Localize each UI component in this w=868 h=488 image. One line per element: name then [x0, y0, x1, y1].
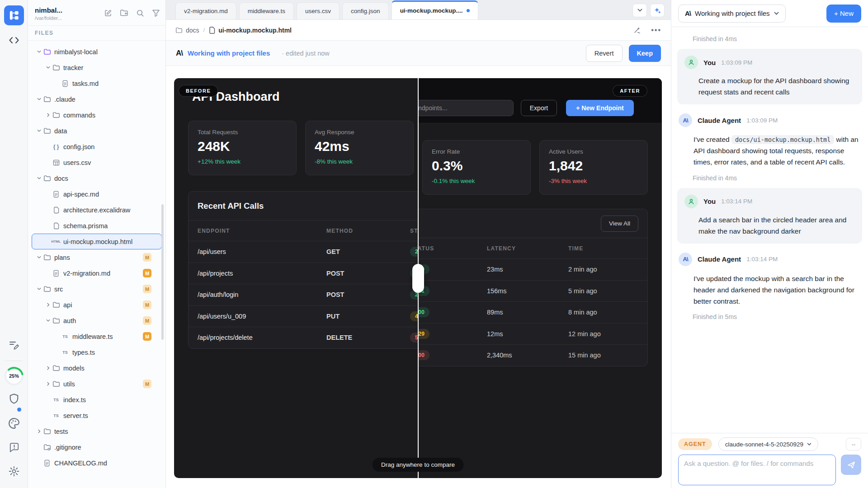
breadcrumb-folder[interactable]: docs: [175, 27, 199, 34]
new-ai-tab-button[interactable]: [650, 4, 665, 17]
chevron-down-icon[interactable]: [44, 318, 52, 323]
tree-item-src[interactable]: srcM: [32, 281, 162, 297]
tree-item-auth[interactable]: authM: [32, 313, 162, 328]
tree-item-index-ts[interactable]: TSindex.ts: [32, 392, 162, 408]
chevron-down-icon[interactable]: [35, 176, 42, 181]
tree-item-schema-prisma[interactable]: schema.prisma: [32, 218, 162, 234]
send-button[interactable]: [841, 455, 861, 475]
table-row[interactable]: /api/auth/login POST 200 89ms 8 min ago: [189, 284, 418, 305]
tree-item-commands[interactable]: commands: [32, 107, 162, 123]
tree-item-tests[interactable]: tests: [32, 423, 162, 439]
new-chat-button[interactable]: + New: [826, 5, 861, 23]
tree-item-label: plans: [54, 254, 70, 261]
model-selector-dropdown[interactable]: claude-sonnet-4-5-20250929: [718, 437, 818, 451]
ai-edit-icon[interactable]: [633, 26, 641, 34]
tree-item-types-ts[interactable]: TStypes.ts: [32, 344, 162, 360]
chat-mode-dropdown[interactable]: A\ Working with project files: [678, 5, 786, 23]
compare-drag-handle[interactable]: [412, 264, 424, 293]
agent-status-text[interactable]: Working with project files: [188, 49, 270, 57]
table-row[interactable]: /api/users/u_009 PUT 429 12ms 12 min ago: [189, 305, 418, 327]
chevron-right-icon[interactable]: [44, 113, 52, 117]
tree-item-ui-mockup-mockup-html[interactable]: HTMLui-mockup.mockup.html: [32, 234, 162, 249]
folder-icon: [52, 112, 61, 118]
mockup-search-input[interactable]: [419, 100, 514, 116]
chevron-right-icon[interactable]: [44, 302, 52, 307]
chevron-right-icon[interactable]: [44, 366, 52, 371]
chevron-down-icon[interactable]: [35, 286, 42, 291]
table-row[interactable]: /api/projects/delete DELETE 500 2,340ms …: [189, 327, 418, 348]
tree-item-changelog-md[interactable]: CHANGELOG.md: [32, 455, 162, 471]
new-file-icon[interactable]: [104, 9, 112, 17]
chevron-right-icon[interactable]: [44, 381, 52, 386]
tree-item-server-ts[interactable]: TSserver.ts: [32, 408, 162, 423]
tree-item--claude[interactable]: .claude: [32, 91, 162, 107]
chevron-down-icon[interactable]: [35, 255, 42, 260]
tab-middleware-ts[interactable]: middleware.ts: [239, 2, 294, 19]
chevron-down-icon[interactable]: [35, 97, 42, 102]
tab-ui-mockup-mockup-[interactable]: ui-mockup.mockup....: [392, 0, 479, 19]
tree-item-api-spec-md[interactable]: api-spec.md: [32, 186, 162, 202]
table-row[interactable]: /api/projects POST 201 156ms 5 min ago: [189, 263, 418, 284]
revert-button[interactable]: Revert: [586, 45, 623, 62]
tree-item-architecture-excalidraw[interactable]: architecture.excalidraw: [32, 202, 162, 218]
breadcrumb-file[interactable]: ui-mockup.mockup.html: [209, 27, 292, 34]
chevron-down-icon[interactable]: [35, 49, 42, 54]
tree-item-config-json[interactable]: { }config.json: [32, 139, 162, 155]
tree-item-middleware-ts[interactable]: TSmiddleware.tsM: [32, 328, 162, 344]
chat-input[interactable]: [678, 455, 836, 485]
shield-icon[interactable]: [0, 393, 28, 406]
tree-item--gitignore[interactable]: .gitignore: [32, 439, 162, 455]
mockup-export-button[interactable]: Export: [521, 100, 557, 116]
agent-status-bar: A\ Working with project files · edited j…: [166, 41, 671, 66]
table-row[interactable]: /api/auth/login POST 200 89ms 8 min ago: [419, 301, 647, 323]
new-folder-icon[interactable]: [120, 9, 128, 17]
tree-item-api[interactable]: apiM: [32, 297, 162, 313]
tab-config-json[interactable]: config.json: [342, 2, 389, 19]
edited-timestamp: · edited just now: [282, 50, 330, 57]
tree-item-utils[interactable]: utilsM: [32, 376, 162, 392]
claude-avatar: A\: [679, 113, 692, 127]
tree-item-data[interactable]: data: [32, 123, 162, 139]
usage-progress-ring[interactable]: 25%: [4, 366, 24, 386]
tab-users-csv[interactable]: users.csv: [297, 2, 340, 19]
tree-item-v2-migration-md[interactable]: v2-migration.mdM: [32, 265, 162, 281]
tree-item-docs[interactable]: docs: [32, 170, 162, 186]
explorer-scrollbar[interactable]: [161, 204, 164, 340]
tree-item-users-csv[interactable]: users.csv: [32, 155, 162, 170]
chevron-right-icon[interactable]: [35, 429, 42, 434]
stat-cards: Total Requests 248K +12% this week Avg R…: [188, 121, 418, 175]
tree-item-plans[interactable]: plansM: [32, 249, 162, 265]
composer-options-button[interactable]: --: [846, 438, 861, 450]
message-text: I've updated the mockup with a search ba…: [693, 273, 861, 307]
anthropic-logo: A\: [176, 49, 183, 58]
table-row[interactable]: /api/projects/delete DELETE 500 2,340ms …: [419, 344, 647, 366]
table-row[interactable]: /api/projects POST 201 156ms 5 min ago: [419, 280, 647, 302]
app-logo[interactable]: [4, 5, 24, 25]
search-icon[interactable]: [136, 9, 144, 17]
tree-item-nimbalyst-local[interactable]: nimbalyst-local: [32, 44, 162, 60]
notes-edit-icon[interactable]: [0, 340, 28, 351]
view-all-button[interactable]: View All: [601, 216, 638, 232]
code-icon[interactable]: [0, 35, 28, 45]
filter-icon[interactable]: [152, 9, 160, 17]
keep-button[interactable]: Keep: [629, 45, 661, 62]
chevron-down-icon[interactable]: [44, 65, 52, 70]
tree-item-tasks-md[interactable]: tasks.md: [32, 75, 162, 91]
ts-icon: TS: [61, 350, 70, 355]
icon-rail: 25%: [0, 0, 28, 488]
table-row[interactable]: /api/users GET 200 23ms 2 min ago: [189, 241, 418, 263]
tree-item-tracker[interactable]: tracker: [32, 60, 162, 75]
feedback-icon[interactable]: [0, 442, 28, 453]
tab-list-dropdown-button[interactable]: [632, 4, 647, 17]
mockup-new-endpoint-button[interactable]: + New Endpoint: [566, 100, 634, 116]
palette-icon[interactable]: [0, 418, 28, 429]
status-badge: 429: [410, 311, 418, 321]
tree-item-models[interactable]: models: [32, 360, 162, 376]
more-options-icon[interactable]: •••: [651, 26, 661, 34]
settings-gear-icon[interactable]: [0, 465, 28, 477]
chevron-down-icon[interactable]: [35, 128, 42, 133]
table-row[interactable]: /api/users GET 200 23ms 2 min ago: [419, 258, 647, 280]
table-row[interactable]: /api/users/u_009 PUT 429 12ms 12 min ago: [419, 323, 647, 345]
tab-v2-migration-md[interactable]: v2-migration.md: [175, 2, 236, 19]
file-path-chip[interactable]: docs/ui-mockup.mockup.html: [731, 135, 834, 144]
